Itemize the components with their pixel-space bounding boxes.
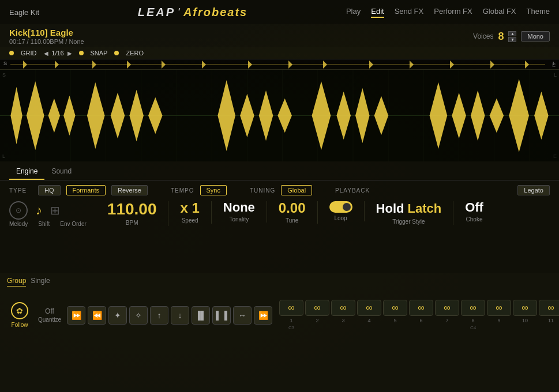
instrument-info: Kick[110] Eagle 00:17 / 110.00BPM / None xyxy=(9,28,84,45)
step-1[interactable]: ∞ xyxy=(279,300,303,316)
note-c4: C4 xyxy=(461,325,485,330)
step-num-1: 1 xyxy=(279,318,303,323)
nav-arrows-btn[interactable]: ↔ xyxy=(233,306,252,325)
speed-value: x 1 xyxy=(180,201,199,215)
waveform-main[interactable]: S L L E xyxy=(0,69,559,161)
grid-dot xyxy=(9,51,14,55)
kit-name: Eagle Kit xyxy=(9,8,39,17)
type-hq-button[interactable]: HQ xyxy=(38,185,61,195)
circle-icon[interactable]: ⊙ xyxy=(9,201,28,220)
follow-button[interactable]: ✿ xyxy=(11,302,28,319)
nav-bars2-btn[interactable]: ▌▐ xyxy=(212,306,231,325)
grid-icon[interactable]: ⊞ xyxy=(50,203,60,217)
follow-section: ✿ Follow xyxy=(7,302,32,328)
voices-count: 8 xyxy=(498,31,504,43)
waveform-svg xyxy=(0,70,559,161)
note-2 xyxy=(305,325,329,330)
type-row: TYPE HQ Formants Reverse TEMPO Sync TUNI… xyxy=(9,185,550,195)
follow-label: Follow xyxy=(12,322,28,328)
nav-back-btn[interactable]: ⏪ xyxy=(88,306,106,325)
step-3[interactable]: ∞ xyxy=(331,300,355,316)
music-note-icon[interactable]: ♪ xyxy=(36,203,42,218)
nav-down-btn[interactable]: ↓ xyxy=(171,306,189,325)
mono-button[interactable]: Mono xyxy=(521,31,550,42)
brand-leap: LEAP xyxy=(138,6,175,19)
nav-up-btn[interactable]: ↑ xyxy=(150,306,168,325)
nav-forward-btn[interactable]: ⏩ xyxy=(67,306,85,325)
step-num-4: 4 xyxy=(357,318,381,323)
latch-text[interactable]: Latch xyxy=(407,201,441,216)
step-8[interactable]: ∞ xyxy=(461,300,485,316)
step-7[interactable]: ∞ xyxy=(435,300,459,316)
speed-sub: Speed xyxy=(182,217,198,224)
nav-next-btn[interactable]: ⏩ xyxy=(254,306,272,325)
step-num-6: 6 xyxy=(409,318,433,323)
svg-marker-0 xyxy=(0,59,5,69)
nav-pattern2-btn[interactable]: ✧ xyxy=(129,306,148,325)
step-4[interactable]: ∞ xyxy=(357,300,381,316)
legato-button[interactable]: Legato xyxy=(517,185,550,195)
voices-arrows[interactable]: ▲ ▼ xyxy=(508,31,516,42)
note-6 xyxy=(409,325,433,330)
step-num-7: 7 xyxy=(435,318,459,323)
engine-tab-sound[interactable]: Sound xyxy=(44,165,78,180)
grid-controls: GRID ◀ 1/16 ▶ SNAP ZERO xyxy=(0,47,559,59)
bpm-value: 110.00 xyxy=(107,201,157,217)
voices-section: Voices 8 ▲ ▼ Mono xyxy=(473,31,550,43)
step-num-3: 3 xyxy=(331,318,355,323)
type-label: TYPE xyxy=(9,187,32,194)
step-num-5: 5 xyxy=(383,318,407,323)
loop-label: Loop xyxy=(334,215,347,221)
grid-value[interactable]: ◀ 1/16 ▶ xyxy=(44,50,72,56)
waveform-container: S L E xyxy=(0,59,559,161)
nav-theme[interactable]: Theme xyxy=(527,7,550,18)
nav-buttons: ⏩ ⏪ ✦ ✧ ↑ ↓ ▐▌ ▌▐ ↔ ⏩ xyxy=(67,306,272,325)
nav-pattern1-btn[interactable]: ✦ xyxy=(108,306,127,325)
step-6[interactable]: ∞ xyxy=(409,300,433,316)
nav-send-fx[interactable]: Send FX xyxy=(395,7,424,18)
step-10[interactable]: ∞ xyxy=(513,300,537,316)
step-9[interactable]: ∞ xyxy=(487,300,511,316)
zero-dot xyxy=(114,51,119,55)
step-11[interactable]: ∞ xyxy=(539,300,559,316)
engine-tabs: Engine Sound xyxy=(0,161,559,180)
step-numbers-row: 1 2 3 4 5 6 7 8 9 10 11 12 13 14 15 16 xyxy=(279,318,559,323)
grid-right-arrow[interactable]: ▶ xyxy=(67,50,72,56)
seq-tab-single[interactable]: Single xyxy=(31,277,50,287)
voices-down[interactable]: ▼ xyxy=(508,37,516,42)
loop-toggle[interactable] xyxy=(329,201,352,213)
nav-play[interactable]: Play xyxy=(346,7,361,18)
hold-text[interactable]: Hold xyxy=(376,201,404,216)
step-5[interactable]: ∞ xyxy=(383,300,407,316)
hold-latch-control[interactable]: Hold Latch xyxy=(376,201,442,216)
nav-bars1-btn[interactable]: ▐▌ xyxy=(192,306,210,325)
tuning-label: TUNING xyxy=(250,187,275,194)
sync-button[interactable]: Sync xyxy=(200,185,227,195)
step-num-8: 8 xyxy=(461,318,485,323)
melody-label: Melody xyxy=(9,221,28,227)
seq-tab-group[interactable]: Group xyxy=(7,277,26,287)
step-num-10: 10 xyxy=(513,318,537,323)
note-9 xyxy=(487,325,511,330)
engine-tab-engine[interactable]: Engine xyxy=(9,165,44,180)
melody-labels: Melody Shift Env Order xyxy=(9,221,87,227)
step-2[interactable]: ∞ xyxy=(305,300,329,316)
marker-bar[interactable]: S L E xyxy=(0,59,559,69)
tonality-sub: Tonality xyxy=(229,216,249,223)
type-reverse-button[interactable]: Reverse xyxy=(111,185,148,195)
nav-items: Play Edit Send FX Perform FX Global FX T… xyxy=(346,7,550,18)
choke-label: Choke xyxy=(466,216,483,223)
step-num-9: 9 xyxy=(487,318,511,323)
note-5 xyxy=(383,325,407,330)
env-order-label: Env Order xyxy=(60,221,87,227)
grid-left-arrow[interactable]: ◀ xyxy=(44,50,48,56)
nav-perform-fx[interactable]: Perform FX xyxy=(434,7,472,18)
voices-up[interactable]: ▲ xyxy=(508,31,516,36)
global-button[interactable]: Global xyxy=(281,185,312,195)
nav-edit[interactable]: Edit xyxy=(371,7,384,18)
engine-section: Engine Sound TYPE HQ Formants Reverse TE… xyxy=(0,161,559,273)
sequencer-section: Group Single ✿ Follow Off Quantize ⏩ ⏪ ✦ xyxy=(0,273,559,392)
type-formants-button[interactable]: Formants xyxy=(66,185,106,195)
nav-global-fx[interactable]: Global FX xyxy=(483,7,516,18)
zero-label: ZERO xyxy=(126,50,144,56)
